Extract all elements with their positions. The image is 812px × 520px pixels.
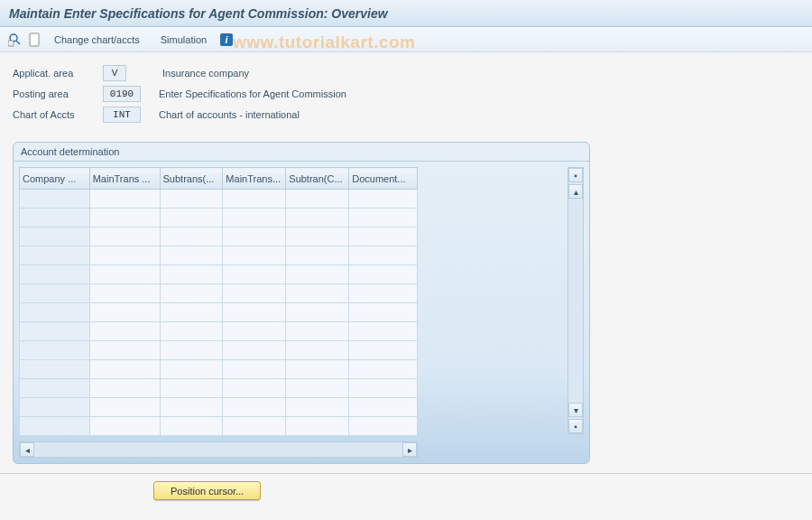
panel-body: Company ... MainTrans ... Subtrans(... M…: [14, 162, 589, 441]
table-row[interactable]: [20, 379, 418, 398]
app-area-label: Applicat. area: [13, 68, 103, 79]
col-document[interactable]: Document...: [349, 168, 418, 190]
inspect-icon[interactable]: [7, 32, 23, 48]
vertical-scrollbar[interactable]: ▪ ▴ ▾ ▪: [567, 167, 584, 434]
table-row[interactable]: [20, 417, 418, 436]
title-bar: Maintain Enter Specifications for Agent …: [0, 0, 812, 27]
scroll-top-icon[interactable]: ▪: [568, 168, 583, 182]
page-title: Maintain Enter Specifications for Agent …: [9, 6, 388, 21]
position-cursor-button[interactable]: Position cursor...: [153, 481, 261, 500]
table-body: [20, 190, 418, 436]
form-area: Applicat. area V Insurance company Posti…: [0, 52, 812, 133]
panel-header: Account determination: [14, 143, 589, 162]
posting-area-value: 0190: [103, 86, 141, 102]
col-subtrans1[interactable]: Subtrans(...: [160, 168, 223, 190]
row-chart-accts: Chart of Accts INT Chart of accounts - i…: [13, 105, 799, 125]
horizontal-scrollbar[interactable]: ◂ ▸: [19, 441, 418, 458]
change-chart-link[interactable]: Change chart/accts: [45, 34, 149, 45]
table-row[interactable]: [20, 284, 418, 303]
app-area-desc: Insurance company: [162, 68, 249, 79]
separator: [0, 473, 812, 474]
col-subtran2[interactable]: Subtran(C...: [286, 168, 349, 190]
svg-rect-2: [8, 41, 14, 46]
table-row[interactable]: [20, 360, 418, 379]
col-maintrans1[interactable]: MainTrans ...: [89, 168, 160, 190]
chart-accts-value: INT: [103, 107, 141, 123]
table-row[interactable]: [20, 228, 418, 246]
table-row[interactable]: [20, 341, 418, 360]
svg-line-1: [16, 41, 20, 44]
info-icon[interactable]: i: [218, 32, 235, 48]
data-table: Company ... MainTrans ... Subtrans(... M…: [19, 167, 418, 436]
table-row[interactable]: [20, 190, 418, 209]
scroll-left-icon[interactable]: ◂: [20, 442, 34, 457]
posting-area-desc: Enter Specifications for Agent Commissio…: [159, 88, 346, 99]
table-row[interactable]: [20, 246, 418, 265]
scroll-up-icon[interactable]: ▴: [568, 184, 583, 199]
table-row[interactable]: [20, 398, 418, 417]
col-company[interactable]: Company ...: [20, 168, 90, 190]
scroll-right-icon[interactable]: ▸: [402, 442, 417, 457]
col-maintrans2[interactable]: MainTrans...: [223, 168, 286, 190]
row-posting-area: Posting area 0190 Enter Specifications f…: [13, 84, 799, 104]
simulation-link[interactable]: Simulation: [152, 34, 216, 45]
scroll-down-icon[interactable]: ▾: [568, 403, 583, 417]
table-row[interactable]: [20, 265, 418, 284]
chart-accts-label: Chart of Accts: [13, 109, 103, 120]
posting-area-label: Posting area: [13, 88, 103, 99]
chart-accts-desc: Chart of accounts - international: [159, 109, 300, 120]
table-row[interactable]: [20, 209, 418, 228]
app-area-value: V: [103, 65, 126, 81]
scroll-bottom-icon[interactable]: ▪: [568, 419, 583, 433]
row-app-area: Applicat. area V Insurance company: [13, 63, 799, 83]
toolbar: Change chart/accts Simulation i: [0, 27, 812, 52]
table-row[interactable]: [20, 303, 418, 322]
svg-rect-3: [30, 33, 39, 46]
button-row: Position cursor...: [0, 478, 812, 500]
table-row[interactable]: [20, 322, 418, 341]
account-determination-panel: Account determination Company ... MainTr…: [13, 142, 590, 464]
create-icon[interactable]: [26, 32, 42, 48]
table-header-row: Company ... MainTrans ... Subtrans(... M…: [20, 168, 418, 190]
